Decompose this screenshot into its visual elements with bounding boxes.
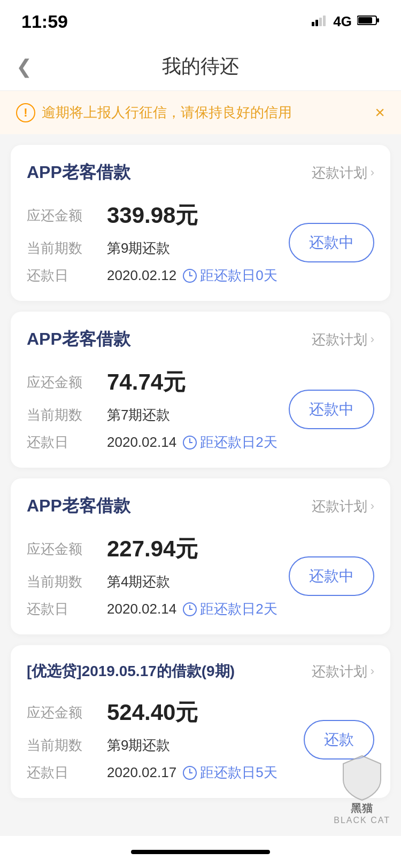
card-1-body: 应还金额 339.98元 当前期数 第9期还款 还款日 2020.02.12 距… xyxy=(27,200,374,285)
status-bar: 11:59 4G xyxy=(0,0,401,43)
card-3-plan-arrow: › xyxy=(371,499,374,513)
card-2-title: APP老客借款 xyxy=(27,328,130,351)
status-icons: 4G xyxy=(312,13,380,30)
card-3-days-badge: 距还款日2天 xyxy=(183,600,277,618)
card-4-amount-label: 应还金额 xyxy=(27,703,96,722)
card-1-title: APP老客借款 xyxy=(27,161,130,184)
card-2-period-row: 当前期数 第7期还款 xyxy=(27,406,277,424)
svg-rect-5 xyxy=(377,18,379,22)
card-3-info: 应还金额 227.94元 当前期数 第4期还款 还款日 2020.02.14 距… xyxy=(27,534,277,618)
card-1-period-label: 当前期数 xyxy=(27,239,96,258)
svg-rect-3 xyxy=(323,15,326,26)
clock-icon-3 xyxy=(183,602,197,616)
card-3-period: 第4期还款 xyxy=(107,572,170,591)
home-indicator xyxy=(131,850,270,854)
loans-container: APP老客借款 还款计划 › 应还金额 339.98元 当前期数 第9期还款 还… xyxy=(0,145,401,798)
card-1-amount-row: 应还金额 339.98元 xyxy=(27,200,277,230)
card-1-date-row: 还款日 2020.02.12 距还款日0天 xyxy=(27,266,277,285)
card-3-amount: 227.94元 xyxy=(107,534,198,564)
card-4-body: 应还金额 524.40元 当前期数 第9期还款 还款日 2020.02.17 距… xyxy=(27,698,374,782)
card-3-plan-button[interactable]: 还款计划 › xyxy=(312,497,374,516)
clock-icon-4 xyxy=(183,766,197,780)
svg-rect-6 xyxy=(358,17,372,24)
card-1-date: 2020.02.12 距还款日0天 xyxy=(107,266,277,285)
card-2-amount-label: 应还金额 xyxy=(27,373,96,392)
card-4-title: [优选贷]2019.05.17的借款(9期) xyxy=(27,661,235,681)
card-3-period-label: 当前期数 xyxy=(27,572,96,591)
card-2-plan-button[interactable]: 还款计划 › xyxy=(312,330,374,349)
card-4-amount: 524.40元 xyxy=(107,698,198,727)
card-3-amount-row: 应还金额 227.94元 xyxy=(27,534,277,564)
card-3-amount-label: 应还金额 xyxy=(27,540,96,559)
card-2-date-row: 还款日 2020.02.14 距还款日2天 xyxy=(27,433,277,452)
card-2-days-badge: 距还款日2天 xyxy=(183,433,277,452)
back-button[interactable]: ❮ xyxy=(16,56,32,78)
card-2-plan-arrow: › xyxy=(371,332,374,346)
card-2-info: 应还金额 74.74元 当前期数 第7期还款 还款日 2020.02.14 距还… xyxy=(27,367,277,452)
card-3-date-row: 还款日 2020.02.14 距还款日2天 xyxy=(27,600,277,618)
card-4-amount-row: 应还金额 524.40元 xyxy=(27,698,277,727)
card-4-date-row: 还款日 2020.02.17 距还款日5天 xyxy=(27,763,277,782)
battery-icon xyxy=(357,14,380,28)
card-2-date: 2020.02.14 距还款日2天 xyxy=(107,433,277,452)
card-1-header: APP老客借款 还款计划 › xyxy=(27,161,374,184)
card-4-period-label: 当前期数 xyxy=(27,736,96,755)
svg-rect-0 xyxy=(312,22,314,26)
bottom-bar xyxy=(0,836,401,868)
card-4-info: 应还金额 524.40元 当前期数 第9期还款 还款日 2020.02.17 距… xyxy=(27,698,277,782)
card-2-date-label: 还款日 xyxy=(27,433,96,452)
warning-close-button[interactable]: × xyxy=(375,103,385,122)
card-3-period-row: 当前期数 第4期还款 xyxy=(27,572,277,591)
watermark-label: 黑猫 xyxy=(351,801,373,816)
card-4-date-label: 还款日 xyxy=(27,763,96,782)
card-3-date: 2020.02.14 距还款日2天 xyxy=(107,600,277,618)
card-2-period: 第7期还款 xyxy=(107,406,170,424)
card-2-header: APP老客借款 还款计划 › xyxy=(27,328,374,351)
watermark: 黑猫 BLACK CAT xyxy=(334,753,390,825)
card-1-plan-button[interactable]: 还款计划 › xyxy=(312,164,374,182)
nav-bar: ❮ 我的待还 xyxy=(0,43,401,91)
card-1-plan-arrow: › xyxy=(371,166,374,180)
warning-text: 逾期将上报人行征信，请保持良好的信用 xyxy=(42,103,292,122)
page-title: 我的待还 xyxy=(162,53,239,80)
card-2-body: 应还金额 74.74元 当前期数 第7期还款 还款日 2020.02.14 距还… xyxy=(27,367,374,452)
card-4-period: 第9期还款 xyxy=(107,736,170,755)
card-1-date-label: 还款日 xyxy=(27,266,96,285)
network-label: 4G xyxy=(333,13,352,30)
card-3-title: APP老客借款 xyxy=(27,494,130,518)
clock-icon-1 xyxy=(183,269,197,283)
card-2-period-label: 当前期数 xyxy=(27,406,96,424)
card-1-days-badge: 距还款日0天 xyxy=(183,266,277,285)
card-1-amount: 339.98元 xyxy=(107,200,198,230)
card-3-body: 应还金额 227.94元 当前期数 第4期还款 还款日 2020.02.14 距… xyxy=(27,534,374,618)
card-2-amount: 74.74元 xyxy=(107,367,186,397)
card-4-plan-arrow: › xyxy=(371,664,374,678)
warning-banner: ! 逾期将上报人行征信，请保持良好的信用 × xyxy=(0,91,401,134)
card-3-repay-button[interactable]: 还款中 xyxy=(289,556,374,596)
card-4-plan-button[interactable]: 还款计划 › xyxy=(312,662,374,681)
warning-icon: ! xyxy=(16,103,35,122)
clock-icon-2 xyxy=(183,436,197,449)
loan-card-2: APP老客借款 还款计划 › 应还金额 74.74元 当前期数 第7期还款 还款… xyxy=(11,312,390,468)
card-2-repay-button[interactable]: 还款中 xyxy=(289,390,374,429)
card-1-amount-label: 应还金额 xyxy=(27,206,96,225)
svg-rect-2 xyxy=(319,18,322,26)
watermark-shield-icon xyxy=(341,753,383,801)
card-1-period: 第9期还款 xyxy=(107,239,170,258)
card-1-period-row: 当前期数 第9期还款 xyxy=(27,239,277,258)
card-4-date: 2020.02.17 距还款日5天 xyxy=(107,763,277,782)
card-4-days-badge: 距还款日5天 xyxy=(183,763,277,782)
loan-card-3: APP老客借款 还款计划 › 应还金额 227.94元 当前期数 第4期还款 还… xyxy=(11,478,390,634)
card-3-date-label: 还款日 xyxy=(27,600,96,618)
svg-rect-1 xyxy=(315,20,318,26)
card-2-amount-row: 应还金额 74.74元 xyxy=(27,367,277,397)
card-4-period-row: 当前期数 第9期还款 xyxy=(27,736,277,755)
signal-icon xyxy=(312,13,328,30)
card-1-info: 应还金额 339.98元 当前期数 第9期还款 还款日 2020.02.12 距… xyxy=(27,200,277,285)
watermark-sub-label: BLACK CAT xyxy=(334,816,390,825)
card-1-repay-button[interactable]: 还款中 xyxy=(289,223,374,262)
card-4-header: [优选贷]2019.05.17的借款(9期) 还款计划 › xyxy=(27,661,374,681)
warning-content: ! 逾期将上报人行征信，请保持良好的信用 xyxy=(16,103,292,122)
card-3-header: APP老客借款 还款计划 › xyxy=(27,494,374,518)
loan-card-1: APP老客借款 还款计划 › 应还金额 339.98元 当前期数 第9期还款 还… xyxy=(11,145,390,301)
